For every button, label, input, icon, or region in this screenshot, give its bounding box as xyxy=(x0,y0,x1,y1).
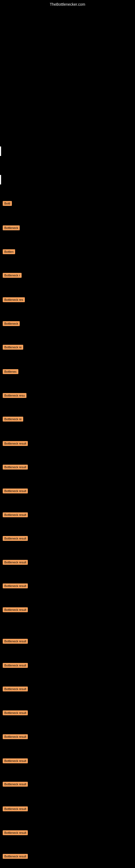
result-item-12: Bottleneck result xyxy=(3,464,28,469)
result-item-13: Bottleneck result xyxy=(3,488,28,493)
result-item-24: Bottleneck result xyxy=(3,758,28,763)
result-badge-22[interactable]: Bottleneck result xyxy=(3,710,28,715)
chart-area xyxy=(5,8,130,144)
result-badge-2[interactable]: Bottleneck xyxy=(3,225,20,230)
result-item-23: Bottleneck result xyxy=(3,734,28,739)
result-badge-7[interactable]: Bottleneck re xyxy=(3,345,23,350)
result-item-20: Bottleneck result xyxy=(3,663,28,668)
result-badge-26[interactable]: Bottleneck result xyxy=(3,806,28,811)
result-badge-4[interactable]: Bottleneck r xyxy=(3,273,21,278)
result-badge-17[interactable]: Bottleneck result xyxy=(3,584,28,588)
result-badge-24[interactable]: Bottleneck result xyxy=(3,758,28,763)
result-badge-10[interactable]: Bottleneck re xyxy=(3,416,23,422)
result-badge-3[interactable]: Bottlen xyxy=(3,249,15,254)
result-badge-12[interactable]: Bottleneck result xyxy=(3,465,28,469)
result-badge-1[interactable]: Bottl xyxy=(3,201,12,206)
result-item-14: Bottleneck result xyxy=(3,512,28,517)
result-item-4: Bottleneck r xyxy=(3,273,21,278)
result-badge-6[interactable]: Bottleneck xyxy=(3,321,20,326)
chart-inner xyxy=(5,8,130,144)
result-badge-18[interactable]: Bottleneck result xyxy=(3,607,28,612)
result-badge-16[interactable]: Bottleneck result xyxy=(3,560,28,565)
result-item-1: Bottl xyxy=(3,201,12,206)
result-item-17: Bottleneck result xyxy=(3,583,28,588)
result-item-15: Bottleneck result xyxy=(3,536,28,541)
result-item-19: Bottleneck result xyxy=(3,639,28,644)
separator-1 xyxy=(0,147,1,156)
result-item-8: Bottlenec xyxy=(3,369,18,374)
result-item-2: Bottleneck xyxy=(3,225,20,230)
result-item-22: Bottleneck result xyxy=(3,710,28,715)
result-badge-21[interactable]: Bottleneck result xyxy=(3,686,28,691)
result-badge-25[interactable]: Bottleneck result xyxy=(3,782,28,786)
result-badge-19[interactable]: Bottleneck result xyxy=(3,639,28,644)
result-badge-13[interactable]: Bottleneck result xyxy=(3,489,28,493)
result-item-28: Bottleneck result xyxy=(3,854,28,859)
result-badge-11[interactable]: Bottleneck result xyxy=(3,441,28,446)
result-badge-8[interactable]: Bottlenec xyxy=(3,369,18,374)
result-item-21: Bottleneck result xyxy=(3,686,28,691)
site-title: TheBottlenecker.com xyxy=(50,2,85,6)
result-item-9: Bottleneck resu xyxy=(3,393,27,398)
result-badge-9[interactable]: Bottleneck resu xyxy=(3,393,27,398)
result-item-5: Bottleneck res xyxy=(3,297,25,302)
result-item-6: Bottleneck xyxy=(3,321,20,326)
result-item-10: Bottleneck re xyxy=(3,416,23,422)
result-item-7: Bottleneck re xyxy=(3,344,23,350)
result-badge-23[interactable]: Bottleneck result xyxy=(3,734,28,739)
result-badge-14[interactable]: Bottleneck result xyxy=(3,513,28,517)
result-item-27: Bottleneck result xyxy=(3,830,28,835)
result-badge-20[interactable]: Bottleneck result xyxy=(3,663,28,668)
result-item-25: Bottleneck result xyxy=(3,781,28,786)
result-item-16: Bottleneck result xyxy=(3,560,28,565)
result-item-11: Bottleneck result xyxy=(3,441,28,446)
result-item-18: Bottleneck result xyxy=(3,607,28,612)
result-badge-28[interactable]: Bottleneck result xyxy=(3,854,28,859)
result-badge-15[interactable]: Bottleneck result xyxy=(3,536,28,541)
separator-2 xyxy=(0,175,1,184)
result-badge-5[interactable]: Bottleneck res xyxy=(3,297,25,302)
result-item-3: Bottlen xyxy=(3,249,15,254)
result-item-26: Bottleneck result xyxy=(3,806,28,811)
result-badge-27[interactable]: Bottleneck result xyxy=(3,830,28,835)
